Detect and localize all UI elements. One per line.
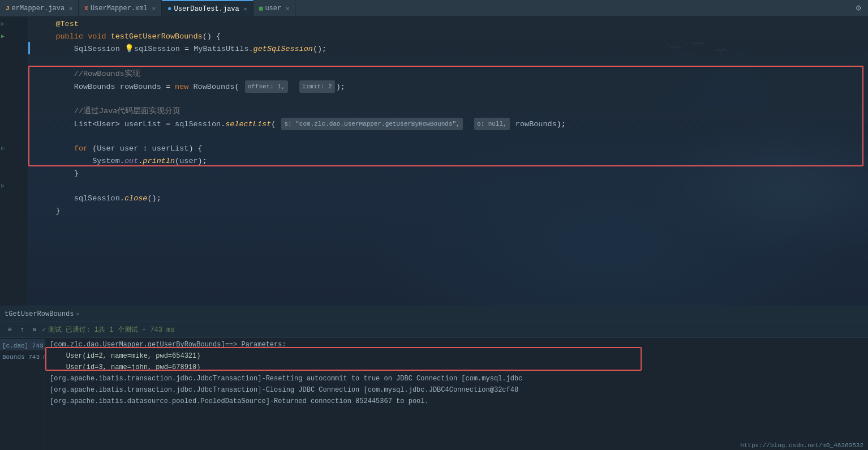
marker-icon: ▷: [1, 180, 5, 192]
log-area: [c.dao] 743 ms Bounds 743 ms [com.zlc.da…: [0, 338, 868, 450]
gutter-line: [0, 230, 28, 242]
gear-button[interactable]: ⚙: [856, 2, 861, 14]
log-line-params: [com.zlc.dao.UserMapper.getUserByRowBoun…: [50, 339, 863, 350]
code-line-end-brace: }: [37, 205, 859, 217]
code-line-for: for (User user : userList) {: [37, 143, 859, 155]
code-line-close-brace: }: [37, 168, 859, 180]
status-bar-url: https://blog.csdn.net/m0_46360532: [736, 441, 868, 450]
marker-icon: ▷: [1, 143, 5, 155]
bottom-controls: ≡ ↑ » ✓ 测试 已通过: 1共 1 个测试 – 743 ms: [0, 322, 868, 338]
log-line-ibatis1: [org.apache.ibatis.transaction.jdbc.Jdbc…: [50, 373, 863, 384]
gutter-line: [0, 168, 28, 180]
tab-bar: J erMapper.java ✕ X UserMapper.xml ✕ ● U…: [0, 0, 868, 17]
tab-usermapper-java[interactable]: J erMapper.java ✕: [0, 0, 79, 17]
gutter-line: [0, 68, 28, 80]
gutter-line: ▷: [0, 18, 28, 31]
code-line-rowbounds: RowBounds rowBounds = new RowBounds( off…: [37, 80, 859, 93]
code-line-blank: [37, 130, 859, 143]
code-line-println: System.out.println(user);: [37, 155, 859, 168]
gutter-line: [0, 80, 28, 93]
gutter-line: [0, 55, 28, 68]
test-pass-indicator: ✓ 测试 已通过: 1共 1 个测试 – 743 ms: [42, 325, 174, 335]
gutter-line: [0, 217, 28, 230]
code-line-comment2: //通过Java代码层面实现分页: [37, 105, 859, 118]
log-line-ibatis3: [org.apache.ibatis.datasource.pooled.Poo…: [50, 396, 863, 407]
gutter-line: [0, 255, 28, 267]
bottom-tab-test[interactable]: tGetUserRowBounds ✕: [5, 310, 79, 318]
bottom-panel: tGetUserRowBounds ✕ ⚙ ≡ ↑ » ✓ 测试 已通过: 1共…: [0, 306, 868, 450]
java-active-icon: ●: [167, 5, 172, 13]
gutter-line: ▷: [0, 180, 28, 192]
log-sidebar-bounds[interactable]: Bounds 743 ms: [0, 350, 45, 362]
tab-label: UserDaoTest.java: [174, 5, 239, 13]
code-line-comment: //RowBounds实现: [37, 68, 859, 80]
code-line-blank: [37, 55, 859, 68]
log-content: [com.zlc.dao.UserMapper.getUserByRowBoun…: [45, 338, 868, 450]
close-icon[interactable]: ✕: [76, 311, 79, 318]
code-editor[interactable]: @Test public void testGetUserRowBounds()…: [28, 17, 868, 306]
bottom-tab-bar: tGetUserRowBounds ✕ ⚙: [0, 306, 868, 322]
tab-label: erMapper.java: [12, 5, 65, 12]
tab-user-db[interactable]: ▦ user ✕: [253, 0, 295, 17]
gutter-line: [0, 280, 28, 292]
db-icon: ▦: [259, 5, 263, 12]
line-number-gutter: ▷ ▶ ▷ ▷: [0, 17, 28, 306]
expand-button[interactable]: ≡: [5, 325, 15, 335]
log-sidebar: [c.dao] 743 ms Bounds 743 ms: [0, 338, 45, 450]
gutter-line: [0, 43, 28, 55]
log-sidebar-dao[interactable]: [c.dao] 743 ms: [0, 339, 45, 350]
code-line-selectlist: List<User> userList = sqlSession.selectL…: [37, 118, 859, 130]
close-icon[interactable]: ✕: [152, 5, 156, 12]
gutter-line: [0, 155, 28, 168]
tab-usermapper-xml[interactable]: X UserMapper.xml ✕: [79, 0, 161, 17]
gutter-line: [0, 192, 28, 205]
xml-file-icon: X: [84, 5, 88, 12]
tab-label: tGetUserRowBounds: [5, 310, 74, 318]
check-icon: ✓: [42, 325, 46, 334]
run-icon: ▶: [1, 31, 5, 43]
gutter-line: ▶: [0, 31, 28, 43]
gutter-line: [0, 93, 28, 105]
code-line-method: public void testGetUserRowBounds() {: [37, 31, 859, 43]
close-icon[interactable]: ✕: [69, 5, 72, 12]
log-line-ibatis2: [org.apache.ibatis.transaction.jdbc.Jdbc…: [50, 384, 863, 396]
close-icon[interactable]: ✕: [244, 6, 247, 12]
gutter-line: [0, 105, 28, 118]
log-line-user3: User(id=3, name=john, pwd=678910): [50, 362, 863, 373]
code-line-close: sqlSession.close();: [37, 192, 859, 205]
up-button[interactable]: ↑: [17, 325, 27, 335]
tab-userdaotest-java[interactable]: ● UserDaoTest.java ✕: [162, 0, 253, 17]
tab-label: user: [265, 5, 281, 12]
tab-label: UserMapper.xml: [91, 5, 148, 12]
breakpoint-icon: ▷: [1, 18, 5, 31]
log-line-user2: User(id=2, name=mike, pwd=654321): [50, 350, 863, 362]
code-line: SqlSession 💡sqlSession = MyBatisUtils.ge…: [37, 43, 859, 55]
gutter-line: [0, 267, 28, 280]
gutter-line: [0, 205, 28, 217]
gutter-line: [0, 130, 28, 143]
close-icon[interactable]: ✕: [286, 5, 289, 12]
gutter-line: [0, 242, 28, 255]
code-line-blank: [37, 93, 859, 105]
code-line-annotation: @Test: [37, 18, 859, 31]
code-line-blank: [37, 180, 859, 192]
editor-area: ▷ ▶ ▷ ▷ @Test public void testGetUserRow…: [0, 17, 868, 306]
gutter-line: ▷: [0, 143, 28, 155]
forward-button[interactable]: »: [29, 325, 40, 335]
test-status-text: 测试 已通过: 1共 1 个测试 – 743 ms: [48, 325, 174, 335]
java-file-icon: J: [6, 5, 10, 12]
gutter-line: [0, 118, 28, 130]
